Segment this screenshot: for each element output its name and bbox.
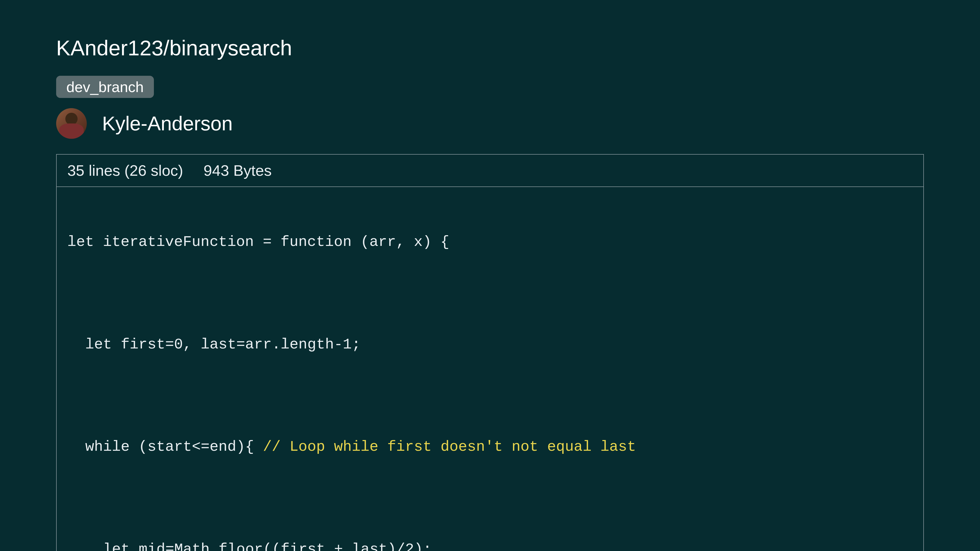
author-row: Kyle-Anderson bbox=[56, 108, 924, 139]
author-name[interactable]: Kyle-Anderson bbox=[102, 112, 233, 135]
avatar[interactable] bbox=[56, 108, 87, 139]
code-line: let first=0, last=arr.length-1; bbox=[67, 336, 913, 353]
code-line: let iterativeFunction = function (arr, x… bbox=[67, 233, 913, 251]
code-text: while (start<=end){ bbox=[85, 438, 263, 455]
code-line: let mid=Math.floor((first + last)/2); bbox=[67, 541, 913, 551]
code-body: let iterativeFunction = function (arr, x… bbox=[57, 187, 923, 551]
size-stat: 943 Bytes bbox=[204, 162, 272, 179]
branch-badge[interactable]: dev_branch bbox=[56, 76, 154, 98]
code-stats-header: 35 lines (26 sloc) 943 Bytes bbox=[57, 155, 923, 187]
lines-stat: 35 lines (26 sloc) bbox=[67, 162, 183, 179]
code-line: while (start<=end){ // Loop while first … bbox=[67, 438, 913, 456]
code-comment: // Loop while first doesn't not equal la… bbox=[263, 438, 636, 455]
repo-title[interactable]: KAnder123/binarysearch bbox=[56, 36, 924, 60]
code-box: 35 lines (26 sloc) 943 Bytes let iterati… bbox=[56, 154, 924, 551]
